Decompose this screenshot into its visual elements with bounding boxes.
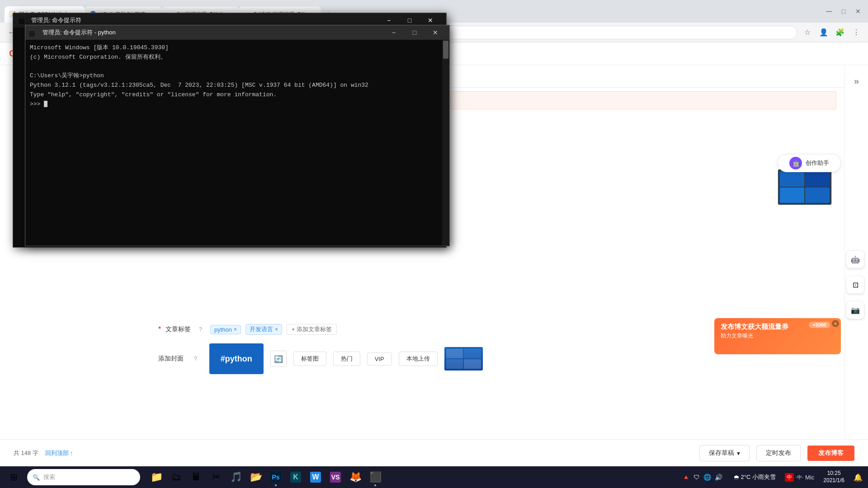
- refresh-icon: 🔄: [274, 355, 283, 363]
- tray-up-arrow[interactable]: 🔺: [682, 474, 690, 481]
- taskbar-app-firefox[interactable]: 🦊: [346, 467, 364, 487]
- cover-option-vip[interactable]: VIP: [367, 352, 392, 366]
- windows-icon: ⊞: [10, 472, 18, 483]
- notification-icon: 🔔: [854, 473, 863, 482]
- explorer-icon: 📁: [151, 471, 163, 483]
- bookmark-btn[interactable]: ☆: [801, 26, 814, 39]
- window-minimize-btn[interactable]: ─: [823, 5, 835, 18]
- account-btn[interactable]: 👤: [817, 26, 830, 39]
- taskbar-app-files[interactable]: 🗂: [167, 467, 185, 487]
- window-close-btn[interactable]: ✕: [852, 5, 864, 18]
- tag-close-dev-lang[interactable]: ×: [275, 326, 278, 333]
- clock[interactable]: 10:25 2021/1/6: [820, 470, 848, 484]
- tray-network[interactable]: 🌐: [703, 474, 711, 481]
- clock-date: 2021/1/6: [823, 477, 844, 484]
- start-btn[interactable]: ⊞: [4, 467, 24, 487]
- notification-btn[interactable]: 🔔: [852, 467, 864, 487]
- tags-label: 文章标签: [165, 325, 191, 333]
- calc-icon: 🖩: [191, 471, 201, 483]
- cmd-outer-icon: ⊞: [19, 17, 26, 24]
- cover-option-local[interactable]: 本地上传: [399, 352, 438, 366]
- float-icon-2[interactable]: ⊡: [846, 276, 864, 294]
- cmd-inner-icon: ⊞: [29, 29, 35, 36]
- float-icon-3[interactable]: 📷: [846, 301, 864, 319]
- cmd-inner-body[interactable]: Microsoft Windows [版本 10.0.19045.3930] (…: [25, 40, 449, 246]
- cmd-inner-titlebar[interactable]: ⊞ 管理员: 命令提示符 - python − □ ✕: [25, 25, 449, 40]
- taskbar-app-word[interactable]: W: [307, 467, 325, 487]
- taskbar-app-ps[interactable]: Ps: [267, 467, 285, 487]
- floating-assistant-btn[interactable]: 🤖 创作助手: [778, 154, 841, 172]
- ad-close-btn[interactable]: ×: [832, 320, 839, 327]
- cover-option-label-map[interactable]: 标签图: [293, 352, 326, 366]
- tag-close-python[interactable]: ×: [234, 326, 237, 333]
- tray-shield[interactable]: 🛡: [693, 474, 700, 481]
- taskbar-app-explorer[interactable]: 📁: [147, 467, 165, 487]
- ps-icon: Ps: [270, 472, 281, 483]
- tag-name-python: python: [214, 326, 232, 333]
- lang-btn[interactable]: 中: [785, 473, 794, 482]
- back-to-top-btn[interactable]: 回到顶部 ↑: [45, 449, 73, 457]
- snip-icon: ✂: [212, 471, 220, 483]
- clock-time: 10:25: [823, 470, 844, 477]
- sidebar-btn-expand[interactable]: »: [848, 70, 866, 92]
- taskbar-app-vs[interactable]: VS: [326, 467, 344, 487]
- cover-label: 添加封面: [158, 355, 184, 363]
- search-bar[interactable]: 🔍 搜索: [27, 469, 140, 485]
- float-icon-1[interactable]: 🤖: [846, 250, 864, 268]
- bottom-bar: 共 148 字 回到顶部 ↑ 保存草稿 ▾ 定时发布 发布博客: [0, 439, 868, 466]
- music-icon: 🎵: [230, 471, 242, 483]
- back-to-top-label: 回到顶部: [45, 449, 69, 457]
- punct-btn[interactable]: ·中·: [796, 474, 803, 481]
- cover-thumb-2[interactable]: [444, 347, 483, 371]
- taskbar-app-k[interactable]: K: [287, 467, 305, 487]
- publish-btn[interactable]: 发布博客: [807, 446, 854, 461]
- terminal-active-dot: [374, 484, 376, 486]
- ps-active-dot: [275, 484, 277, 486]
- weather-text: 2°C 小雨夹雪: [741, 473, 776, 481]
- cmd-outer-title: 管理员: 命令提示符: [31, 16, 375, 24]
- k-icon: K: [290, 472, 301, 483]
- mic-btn[interactable]: Mic: [805, 474, 814, 481]
- cmd-inner-controls: − □ ✕: [383, 25, 446, 40]
- taskbar-app-calc[interactable]: 🖩: [187, 467, 205, 487]
- bottom-actions: 保存草稿 ▾ 定时发布 发布博客: [699, 445, 854, 461]
- cover-thumb-text: #python: [221, 354, 252, 364]
- word-icon: W: [310, 472, 321, 483]
- add-tag-btn[interactable]: + 添加文章标签: [287, 324, 337, 335]
- tag-chip-dev-lang[interactable]: 开发语言 ×: [245, 324, 282, 335]
- assistant-avatar: 🤖: [789, 157, 802, 169]
- required-star: *: [158, 325, 161, 333]
- cmd-inner-close-btn[interactable]: ✕: [425, 25, 446, 40]
- window-restore-btn[interactable]: □: [837, 5, 850, 18]
- cmd-inner-scroll-thumb[interactable]: [443, 41, 448, 59]
- extensions-btn[interactable]: 🧩: [834, 26, 846, 39]
- ad-badge: +5000: [809, 322, 830, 328]
- taskbar-app-music[interactable]: 🎵: [227, 467, 245, 487]
- schedule-publish-btn[interactable]: 定时发布: [756, 445, 801, 461]
- tray-volume[interactable]: 🔊: [715, 474, 722, 481]
- search-placeholder: 搜索: [43, 473, 55, 481]
- weather-widget[interactable]: 🌨 2°C 小雨夹雪: [730, 473, 779, 481]
- cmd-inner-maximize-btn[interactable]: □: [404, 25, 425, 40]
- taskbar-app-terminal[interactable]: ⬛: [366, 467, 384, 487]
- taskbar-app-snip[interactable]: ✂: [207, 467, 225, 487]
- tag-name-dev-lang: 开发语言: [250, 325, 273, 333]
- cover-help-icon: ?: [194, 356, 197, 362]
- cover-option-hot[interactable]: 热门: [333, 352, 360, 366]
- cmd-inner-scrollbar[interactable]: [442, 40, 449, 246]
- cmd-inner-window[interactable]: ⊞ 管理员: 命令提示符 - python − □ ✕ Microsoft Wi…: [25, 25, 450, 246]
- ad-banner[interactable]: 发布博文获大额流量券 助力文章曝光 +5000 ×: [714, 318, 841, 354]
- taskbar: ⊞ 🔍 搜索 📁 🗂 🖩 ✂ 🎵 📂 Ps K W: [0, 466, 868, 488]
- cmd-inner-title: 管理员: 命令提示符 - python: [42, 28, 382, 37]
- system-tray: 🔺 🛡 🌐 🔊: [679, 474, 726, 481]
- menu-btn[interactable]: ⋮: [850, 26, 863, 39]
- taskbar-app-folder[interactable]: 📂: [247, 467, 265, 487]
- assistant-label: 创作助手: [806, 159, 829, 167]
- cover-thumb-python[interactable]: #python: [209, 343, 264, 374]
- tag-chip-python[interactable]: python ×: [210, 325, 241, 334]
- cmd-inner-minimize-btn[interactable]: −: [383, 25, 404, 40]
- right-float-icons: 🤖 ⊡ 📷: [846, 250, 864, 319]
- search-icon: 🔍: [33, 474, 40, 481]
- cover-refresh-btn[interactable]: 🔄: [270, 351, 287, 367]
- save-draft-btn[interactable]: 保存草稿 ▾: [699, 445, 750, 461]
